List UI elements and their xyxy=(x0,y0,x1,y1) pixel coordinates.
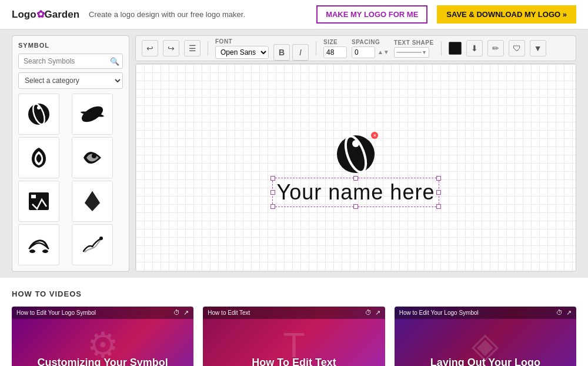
video-top-title-2: How to Edit Text xyxy=(208,310,250,316)
spacing-label: SPACING xyxy=(352,39,389,45)
size-input[interactable] xyxy=(323,46,347,58)
bold-italic-control: B I xyxy=(273,44,309,61)
logo-wordmark: Logo✿Garden xyxy=(12,8,79,21)
video-top-title-3: How to Edit Your Logo Symbol xyxy=(399,310,479,316)
brush-icon-button[interactable]: ✏ xyxy=(487,40,504,56)
video-top-icons-1: ⏱ ↗ xyxy=(173,309,189,317)
save-download-button[interactable]: SAVE & DOWNLOAD MY LOGO » xyxy=(437,5,576,24)
symbol-delete-handle[interactable]: ✕ xyxy=(371,132,378,139)
font-label: FONT xyxy=(215,38,269,45)
video-top-title-1: How to Edit Your Logo Symbol xyxy=(16,310,96,316)
share-icon-2: ↗ xyxy=(375,309,380,317)
spacing-group: SPACING ▲▼ xyxy=(352,39,389,58)
symbol-cell-1[interactable] xyxy=(18,94,59,135)
video-top-bar-3: How to Edit Your Logo Symbol ⏱ ↗ xyxy=(395,307,576,319)
spacing-arrows-icon: ▲▼ xyxy=(377,49,389,55)
symbol-cell-4[interactable] xyxy=(72,137,113,178)
canvas-content: ✕ Your name here xyxy=(136,64,576,271)
video-title-3: Laying Out Your Logo xyxy=(395,357,576,366)
symbol-grid xyxy=(18,94,123,265)
text-align-button[interactable]: ☰ xyxy=(184,40,201,56)
logo-part1: Logo xyxy=(12,9,36,20)
text-shape-group: TEXT SHAPE ▼ xyxy=(394,39,434,58)
text-shape-arrow-icon: ▼ xyxy=(422,49,427,55)
logo-part2: Garden xyxy=(45,9,80,20)
clock-icon-2: ⏱ xyxy=(365,309,372,317)
bold-button[interactable]: B xyxy=(273,44,290,61)
redo-button[interactable]: ↪ xyxy=(163,40,179,56)
text-block[interactable]: Your name here xyxy=(277,180,435,205)
symbol-panel-title: SYMBOL xyxy=(18,42,123,49)
toolbar-separator-3 xyxy=(441,41,442,55)
symbol-panel: SYMBOL 🔍 Select a category xyxy=(12,35,129,272)
video-card-1[interactable]: ⚙ How to Edit Your Logo Symbol ⏱ ↗ Custo… xyxy=(12,307,193,366)
video-top-bar-2: How to Edit Text ⏱ ↗ xyxy=(203,307,385,319)
editor-area: ↩ ↪ ☰ FONT Open Sans B I SIZE xyxy=(135,35,576,272)
clock-icon-1: ⏱ xyxy=(173,309,180,317)
shield-icon-button[interactable]: 🛡 xyxy=(509,40,525,56)
size-group: SIZE xyxy=(323,39,347,58)
svg-point-6 xyxy=(92,154,96,158)
video-title-1: Customizing Your Symbol xyxy=(12,357,193,366)
download-icon-button[interactable]: ⬇ xyxy=(466,40,483,56)
how-to-title: HOW TO VIDEOS xyxy=(12,290,576,298)
resize-handle-mr[interactable] xyxy=(436,190,441,195)
font-control: Open Sans xyxy=(215,46,269,59)
how-to-section: HOW TO VIDEOS ⚙ How to Edit Your Logo Sy… xyxy=(0,278,588,366)
bold-italic-group: B I xyxy=(273,36,309,61)
symbol-cell-8[interactable] xyxy=(72,224,113,265)
clock-icon-3: ⏱ xyxy=(556,309,563,317)
spacing-input[interactable] xyxy=(352,46,375,58)
more-icon-button[interactable]: ▼ xyxy=(530,40,546,56)
make-logo-button[interactable]: MAKE MY LOGO FOR ME xyxy=(316,5,427,24)
symbol-cell-3[interactable] xyxy=(18,137,59,178)
share-icon-1: ↗ xyxy=(183,309,189,317)
search-container: 🔍 xyxy=(18,54,123,69)
video-grid: ⚙ How to Edit Your Logo Symbol ⏱ ↗ Custo… xyxy=(12,307,576,366)
video-title-2: How To Edit Text xyxy=(203,357,385,366)
spacing-control: ▲▼ xyxy=(352,46,389,58)
svg-point-5 xyxy=(93,108,97,112)
symbol-cell-7[interactable] xyxy=(18,224,59,265)
resize-handle-bm[interactable] xyxy=(353,204,358,209)
resize-handle-tr[interactable] xyxy=(436,176,441,181)
svg-point-11 xyxy=(29,249,35,253)
toolbar-separator-1 xyxy=(208,41,208,55)
font-group: FONT Open Sans xyxy=(215,38,269,59)
size-label: SIZE xyxy=(323,39,347,45)
svg-point-12 xyxy=(42,249,48,253)
workspace: SYMBOL 🔍 Select a category xyxy=(0,29,588,278)
toolbar-separator-2 xyxy=(316,41,316,55)
color-swatch[interactable] xyxy=(449,42,462,55)
text-shape-label: TEXT SHAPE xyxy=(394,39,434,46)
video-card-3[interactable]: ◈ How to Edit Your Logo Symbol ⏱ ↗ Layin… xyxy=(395,307,576,366)
symbol-cell-6[interactable] xyxy=(72,181,113,222)
logo-area: Logo✿Garden xyxy=(12,8,79,21)
video-card-2[interactable]: T How to Edit Text ⏱ ↗ How To Edit Text … xyxy=(203,307,385,366)
canvas-text[interactable]: Your name here xyxy=(277,180,435,204)
resize-handle-bl[interactable] xyxy=(270,204,275,209)
category-select[interactable]: Select a category xyxy=(18,72,123,89)
share-icon-3: ↗ xyxy=(566,309,572,317)
header: Logo✿Garden Create a logo design with ou… xyxy=(0,0,588,29)
svg-point-2 xyxy=(37,106,41,109)
font-select[interactable]: Open Sans xyxy=(215,46,269,59)
video-top-bar-1: How to Edit Your Logo Symbol ⏱ ↗ xyxy=(12,307,193,319)
video-top-icons-3: ⏱ ↗ xyxy=(556,309,572,317)
logo-symbol[interactable]: ✕ xyxy=(332,131,379,178)
text-shape-control: ▼ xyxy=(394,47,434,58)
symbol-cell-5[interactable] xyxy=(18,181,59,222)
svg-marker-10 xyxy=(85,191,100,211)
canvas-area: ✕ Your name here xyxy=(135,64,576,272)
undo-button[interactable]: ↩ xyxy=(142,40,158,56)
resize-handle-tl[interactable] xyxy=(270,176,275,181)
toolbar: ↩ ↪ ☰ FONT Open Sans B I SIZE xyxy=(135,35,576,61)
svg-point-16 xyxy=(352,140,359,147)
video-top-icons-2: ⏱ ↗ xyxy=(365,309,380,317)
logo-flower-icon: ✿ xyxy=(36,9,45,20)
resize-handle-br[interactable] xyxy=(436,204,441,209)
resize-handle-ml[interactable] xyxy=(270,190,275,195)
search-input[interactable] xyxy=(18,54,123,69)
symbol-cell-2[interactable] xyxy=(72,94,113,135)
italic-button[interactable]: I xyxy=(292,44,309,61)
